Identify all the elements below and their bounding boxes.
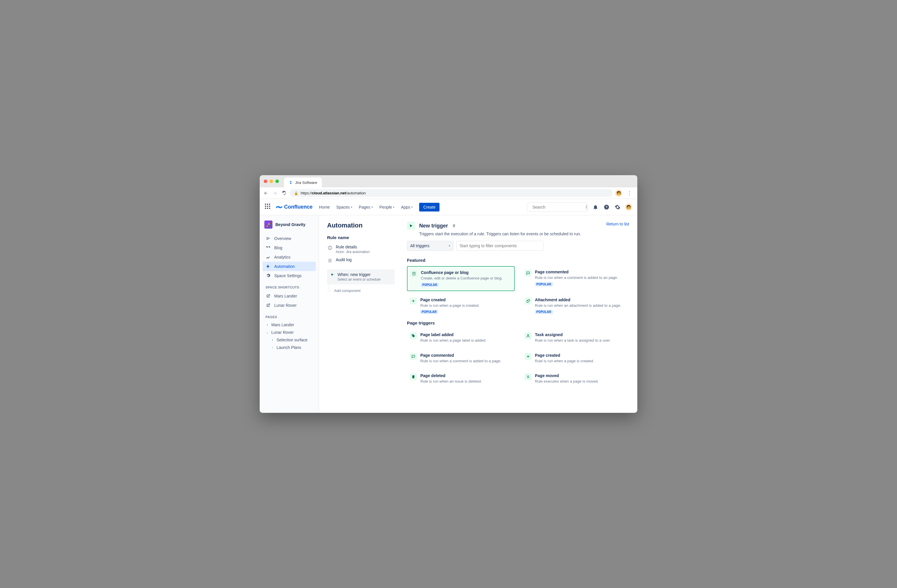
trigger-card-task-assigned[interactable]: Task assignedRule is run when a task is …: [522, 329, 629, 347]
topnav-actions: ? 🧑: [592, 204, 632, 211]
minimize-window-button[interactable]: [269, 179, 273, 183]
page-item-selective-surface[interactable]: •Selective surface: [263, 336, 316, 344]
app-switcher-button[interactable]: [265, 204, 272, 211]
chevron-down-icon[interactable]: ⌄: [265, 331, 269, 334]
audit-log-row[interactable]: Audit log: [327, 256, 395, 265]
bullet-icon: •: [265, 323, 269, 326]
sidebar-section-pages: PAGES: [263, 310, 316, 321]
bullet-icon: •: [271, 338, 274, 341]
trigger-card-label-added[interactable]: Page label addedRule is run when a page …: [407, 329, 515, 347]
plus-icon: [525, 353, 531, 360]
popular-badge: POPULAR: [420, 310, 438, 314]
sidebar-item-space-settings[interactable]: Space Settings: [263, 271, 316, 280]
comment-icon: [410, 353, 417, 360]
shortcut-mars-lander[interactable]: Mars Lander: [263, 291, 316, 301]
search-shortcut-hint: /: [586, 204, 587, 210]
space-header[interactable]: 🚀 Beyond Gravity: [263, 220, 316, 234]
page-title: Automation: [327, 222, 395, 229]
step-sub: Select an event or schedule: [338, 277, 381, 282]
trigger-header: New trigger: [407, 222, 629, 230]
move-icon: [525, 373, 531, 380]
rule-details-row[interactable]: Rule details Actor: Jira automation: [327, 243, 395, 256]
chevron-down-icon: ▾: [411, 206, 413, 208]
rule-step-trigger[interactable]: When: new trigger Select an event or sch…: [327, 269, 395, 285]
featured-heading: Featured: [407, 258, 629, 263]
search-box[interactable]: /: [527, 202, 588, 212]
confluence-icon: [276, 204, 282, 210]
user-icon: [525, 332, 531, 339]
svg-rect-4: [330, 248, 330, 249]
step-title: When: new trigger: [338, 272, 381, 277]
trigger-card-attachment-added[interactable]: Attachment added Rule is run when an att…: [522, 294, 629, 318]
app-topnav: Confluence Home Spaces▾ Pages▾ People▾ A…: [260, 199, 637, 215]
trigger-filter-input[interactable]: [456, 241, 543, 251]
shortcut-icon: [265, 293, 271, 299]
add-component-button[interactable]: Add component: [327, 285, 395, 293]
forward-button[interactable]: [272, 191, 278, 196]
product-name: Confluence: [284, 204, 312, 210]
blog-icon: [265, 245, 271, 250]
nav-pages[interactable]: Pages▾: [357, 203, 375, 211]
return-to-list-link[interactable]: Return to list: [606, 222, 629, 226]
create-button[interactable]: Create: [419, 203, 439, 211]
trash-icon: [410, 373, 417, 380]
play-icon: [331, 273, 335, 282]
comment-icon: [525, 270, 531, 277]
trigger-card-page-commented-2[interactable]: Page commentedRule is run when a comment…: [407, 349, 515, 367]
sidebar-item-automation[interactable]: Automation: [263, 262, 316, 271]
close-window-button[interactable]: [264, 179, 267, 183]
trigger-card-page-created-2[interactable]: Page createdRule is run when a page is c…: [522, 349, 629, 367]
shortcut-icon: [265, 303, 271, 308]
lock-icon: 🔒: [294, 191, 298, 195]
trigger-card-page-created[interactable]: Page created Rule is run when a page is …: [407, 294, 515, 318]
popular-badge: POPULAR: [421, 283, 439, 287]
notifications-button[interactable]: [592, 204, 599, 211]
trigger-card-page-moved[interactable]: Page movedRule executes when a page is m…: [522, 370, 629, 387]
nav-people[interactable]: People▾: [377, 203, 397, 211]
trigger-card-page-commented[interactable]: Page commented Rule is run when a commen…: [522, 266, 629, 291]
page-item-launch-plans[interactable]: ›Launch Plans: [263, 344, 316, 351]
space-icon: 🚀: [264, 220, 272, 229]
overview-icon: [265, 236, 271, 241]
space-name: Beyond Gravity: [276, 222, 305, 227]
browser-menu-button[interactable]: ⋮: [625, 190, 634, 196]
play-icon: [407, 222, 415, 230]
chevron-right-icon[interactable]: ›: [271, 346, 274, 349]
settings-button[interactable]: [614, 204, 621, 211]
shortcut-lunar-rover[interactable]: Lunar Rover: [263, 301, 316, 310]
nav-apps[interactable]: Apps▾: [398, 203, 415, 211]
browser-window: Jira Software 🔒 https://cloud.atlassian.…: [260, 175, 637, 413]
sidebar-item-analytics[interactable]: Analytics: [263, 253, 316, 262]
page-item-mars-lander[interactable]: •Mars Lander: [263, 321, 316, 329]
trigger-card-page-deleted[interactable]: Page deletedRule is run when an issue is…: [407, 370, 515, 387]
nav-home[interactable]: Home: [317, 203, 332, 211]
maximize-window-button[interactable]: [276, 179, 279, 183]
url-input[interactable]: 🔒 https://cloud.atlassian.net/automation: [290, 189, 612, 197]
plus-icon: [410, 297, 417, 305]
delete-trigger-button[interactable]: [452, 224, 456, 228]
trigger-title: New trigger: [419, 223, 448, 229]
chevron-down-icon: ▾: [393, 206, 395, 208]
reload-button[interactable]: [282, 191, 287, 196]
url-text: https://cloud.atlassian.net/automation: [301, 191, 366, 195]
sidebar-item-blog[interactable]: Blog: [263, 243, 316, 253]
user-avatar[interactable]: 🧑: [625, 204, 632, 211]
chevron-down-icon: ▾: [351, 206, 352, 208]
sidebar-item-overview[interactable]: Overview: [263, 234, 316, 243]
main-content: Return to list Automation Rule name Rule…: [319, 215, 637, 413]
trigger-card-confluence-page[interactable]: Confluence page or blog Create, edit or …: [407, 266, 515, 291]
chevron-down-icon: ▾: [372, 206, 373, 208]
rule-details-label: Rule details: [336, 245, 370, 249]
page-item-lunar-rover[interactable]: ⌄Lunar Rover: [263, 329, 316, 336]
popular-badge: POPULAR: [535, 310, 553, 314]
svg-text:?: ?: [605, 205, 608, 209]
back-button[interactable]: [263, 191, 268, 196]
browser-tab[interactable]: Jira Software: [284, 178, 322, 187]
trigger-category-dropdown[interactable]: All triggers▾: [407, 241, 453, 251]
page-triggers-heading: Page triggers: [407, 320, 629, 325]
help-button[interactable]: ?: [603, 204, 610, 211]
confluence-logo[interactable]: Confluence: [276, 204, 312, 210]
browser-profile-avatar[interactable]: 🧑: [615, 190, 622, 197]
nav-spaces[interactable]: Spaces▾: [334, 203, 355, 211]
search-input[interactable]: [533, 205, 583, 210]
